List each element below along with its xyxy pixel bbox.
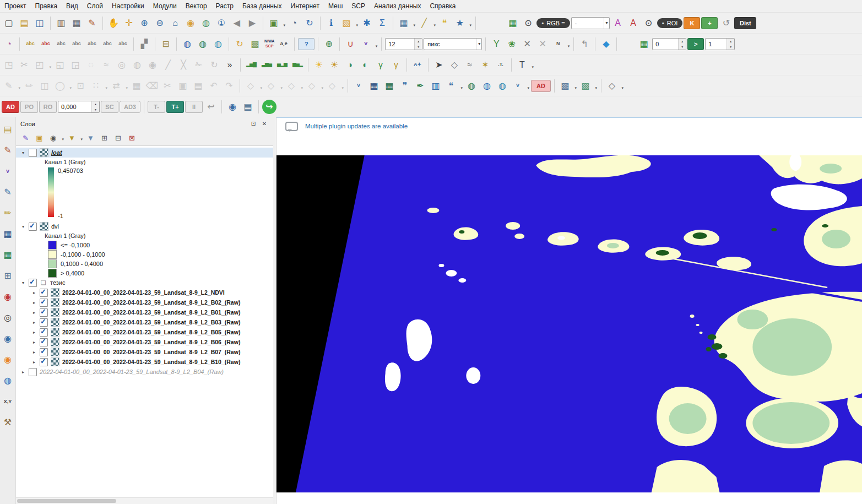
add-record-icon[interactable]: ⊡ <box>73 79 88 93</box>
scp-std-stretch-icon[interactable]: A <box>626 16 641 30</box>
layer-checkbox[interactable] <box>40 308 48 317</box>
scp-ro-button[interactable]: RO <box>39 101 57 113</box>
new-project-icon[interactable]: ▢ <box>2 16 16 30</box>
dock-new-doc-icon[interactable]: ⊞ <box>1 269 15 283</box>
full-histogram-stretch-icon[interactable]: ▃▆▅ <box>259 58 274 72</box>
scp-comment-icon[interactable]: ❝ <box>444 79 463 93</box>
split-parts-icon[interactable]: ╳ <box>176 58 191 72</box>
topo-cross-icon[interactable]: ✕ <box>520 37 534 51</box>
map-canvas[interactable] <box>277 155 862 492</box>
layer-row-ndvi[interactable]: ▸ 2022-04-01-00_00_2022-04-01-23_59_Land… <box>16 288 273 297</box>
current-edits-icon[interactable]: ✎ <box>2 79 21 93</box>
pan-to-selection-icon[interactable]: ✛ <box>122 16 136 30</box>
scp-quote-icon[interactable]: ❞ <box>398 79 412 93</box>
vertex-tool-icon[interactable]: ∷ <box>89 79 108 93</box>
scp-dist-button[interactable]: Dist <box>734 17 756 29</box>
expander-icon[interactable]: ▾ <box>20 150 26 155</box>
manage-map-themes-icon[interactable]: ◉ <box>47 132 64 144</box>
layer-row-b01[interactable]: ▸ 2022-04-01-00_00_2022-04-01-23_59_Land… <box>16 307 273 317</box>
layer-checkbox[interactable] <box>29 223 37 231</box>
filter-legend-icon[interactable]: ▼ <box>66 132 83 144</box>
scp-working-grid-icon[interactable]: ▦ <box>637 37 651 51</box>
snapping-units-combo[interactable]: пикс▾ <box>424 38 482 50</box>
simplify-feature-icon[interactable]: ≈ <box>99 58 113 72</box>
open-layer-styling-icon[interactable]: ✎ <box>19 132 32 144</box>
zoom-native-icon[interactable]: ① <box>214 16 229 30</box>
expander-icon[interactable]: ▸ <box>31 300 37 305</box>
select-features-icon[interactable]: ▧ <box>339 16 359 30</box>
menu-raster[interactable]: Растр <box>212 1 238 12</box>
add-group-icon[interactable]: ▣ <box>33 132 46 144</box>
scp-roi-pill[interactable]: ROI <box>657 18 683 28</box>
menu-help[interactable]: Справка <box>425 1 460 12</box>
scp-ad-tag[interactable]: AD <box>531 80 551 92</box>
snapping-magnet-icon[interactable]: ∪ <box>343 37 357 51</box>
scp-min-spin[interactable]: 0▲▼ <box>652 38 686 50</box>
delete-part-icon[interactable]: ◍ <box>130 58 144 72</box>
undo-icon[interactable]: ↶ <box>207 79 221 93</box>
layer-row-b10[interactable]: ▸ 2022-04-01-00_00_2022-04-01-23_59_Land… <box>16 357 273 367</box>
service-refresh-icon[interactable]: ↻ <box>232 37 247 51</box>
n-dropdown-icon[interactable]: N <box>551 37 570 51</box>
raster-mosaic-icon[interactable]: ▩ <box>558 79 577 93</box>
dock-geocode-icon[interactable]: ◉ <box>1 290 15 304</box>
panel-dock-button[interactable]: ⊡ <box>249 120 258 128</box>
scp-raster-b-icon[interactable]: ▦ <box>382 79 397 93</box>
layer-checkbox[interactable] <box>40 328 48 337</box>
measure-icon[interactable]: ╱ <box>417 16 436 30</box>
geometry-diamond-icon[interactable]: ◇ <box>605 79 624 93</box>
scp-preview-zoom-icon[interactable]: ⊙ <box>521 16 535 30</box>
delete-selected-icon[interactable]: ⌫ <box>145 79 159 93</box>
expander-icon[interactable]: ▾ <box>20 224 26 229</box>
scp-search-icon[interactable]: ◉ <box>225 100 240 114</box>
menu-view[interactable]: Вид <box>62 1 83 12</box>
layer-checkbox[interactable] <box>40 348 48 356</box>
expander-icon[interactable]: ▸ <box>31 350 37 355</box>
layer-checkbox[interactable] <box>29 149 37 157</box>
trim-extend-icon[interactable]: ✁ <box>192 58 206 72</box>
label-rotate-icon[interactable]: abc <box>100 37 115 51</box>
dock-tools-icon[interactable]: ⚒ <box>1 415 15 430</box>
dock-measure-icon[interactable]: ✏ <box>1 206 15 220</box>
expander-icon[interactable]: ▸ <box>31 340 37 345</box>
select-pointer-icon[interactable]: ➤ <box>432 58 446 72</box>
scp-po-button[interactable]: PO <box>20 101 38 113</box>
dock-point-a-icon[interactable]: ◎ <box>1 311 15 325</box>
scp-value-spin[interactable]: 0,000▲▼ <box>58 101 100 113</box>
decrease-brightness-icon[interactable]: ☀ <box>327 58 341 72</box>
layer-checkbox[interactable] <box>40 318 48 327</box>
georeferencer-icon[interactable]: ▩ <box>248 37 262 51</box>
menu-project[interactable]: Проект <box>0 1 31 12</box>
decrease-gamma-icon[interactable]: γ <box>389 58 403 72</box>
layer-row-b06[interactable]: ▸ 2022-04-01-00_00_2022-04-01-23_59_Land… <box>16 337 273 347</box>
diagram-overlap-icon[interactable]: ◔ <box>2 37 16 51</box>
attribute-table-icon[interactable]: ▦ <box>397 16 416 30</box>
layer-checkbox[interactable] <box>40 338 48 346</box>
modify-attributes-icon[interactable]: ▦ <box>129 79 144 93</box>
scp-rgb-pill[interactable]: RGB = <box>536 18 570 28</box>
zoom-last-icon[interactable]: ◀ <box>230 16 244 30</box>
scp-ad3-button[interactable]: AD3 <box>120 101 140 113</box>
zoom-next-icon[interactable]: ▶ <box>245 16 259 30</box>
scp-help-button[interactable]: ? <box>298 38 315 50</box>
menu-database[interactable]: База данных <box>238 1 286 12</box>
label-properties-icon[interactable]: abc <box>116 37 130 51</box>
accent-letters-icon[interactable]: a¸e <box>277 37 291 51</box>
text-format-icon[interactable]: T <box>515 58 534 72</box>
toolbar-overflow-chevron[interactable]: » <box>223 58 237 72</box>
layer-checkbox[interactable] <box>40 299 48 307</box>
snapping-tolerance-spin[interactable]: 12▲▼ <box>385 38 422 50</box>
local-cumulative-stretch-icon[interactable]: ▅▂▆ <box>275 58 289 72</box>
scp-t-minus-button[interactable]: T- <box>148 101 165 113</box>
text-anchor-icon[interactable]: .T. <box>494 58 508 72</box>
scp-run-button[interactable]: > <box>687 38 704 50</box>
metasearch-globe-icon[interactable]: ◍ <box>180 37 194 51</box>
labeling-icon[interactable]: abc <box>23 37 37 51</box>
labeling-rules-icon[interactable]: abc <box>39 37 53 51</box>
snap-vertex-icon[interactable]: V <box>359 37 378 51</box>
scp-back-arrow-icon[interactable]: ↩ <box>204 100 218 114</box>
scp-vector-icon[interactable]: V <box>351 79 366 93</box>
expander-icon[interactable]: ▸ <box>31 310 37 315</box>
topology-y-icon[interactable]: Y <box>489 37 503 51</box>
label-show-hide-icon[interactable]: abc <box>69 37 84 51</box>
